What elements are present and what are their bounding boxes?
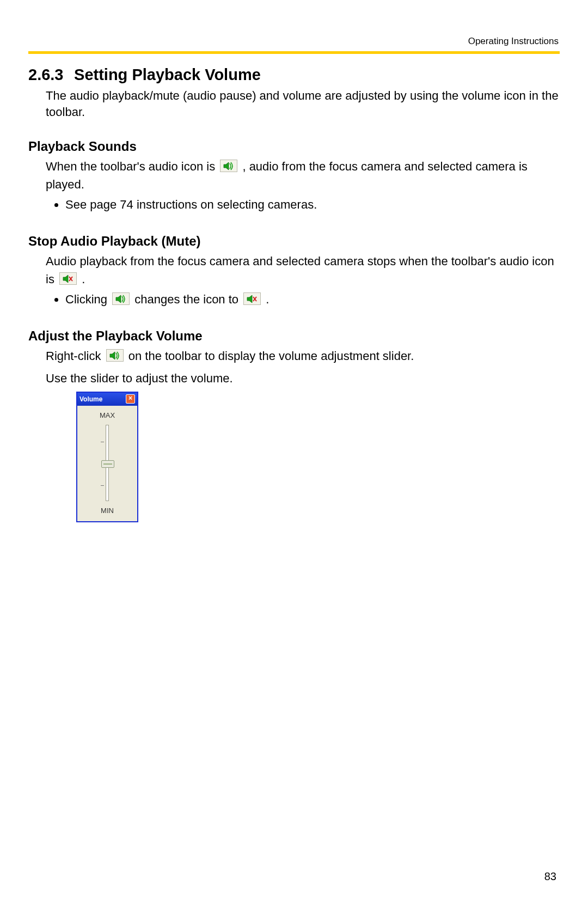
svg-marker-0 bbox=[224, 162, 229, 170]
stop-audio-body: Audio playback from the focus camera and… bbox=[46, 252, 560, 288]
speaker-on-icon bbox=[112, 292, 130, 305]
text: When the toolbar's audio icon is bbox=[46, 160, 218, 173]
text: . bbox=[82, 272, 85, 286]
text: Audio playback from the focus camera and… bbox=[46, 254, 554, 286]
section-number: 2.6.3 bbox=[28, 65, 70, 84]
svg-marker-8 bbox=[110, 352, 115, 359]
subhead-stop-audio: Stop Audio Playback (Mute) bbox=[28, 234, 560, 249]
bullet-item: See page 74 instructions on selecting ca… bbox=[65, 198, 560, 212]
running-header: Operating Instructions bbox=[28, 36, 560, 47]
speaker-mute-icon bbox=[243, 292, 261, 305]
stop-audio-bullets: Clicking changes the icon to . bbox=[53, 292, 560, 307]
page-content: Operating Instructions 2.6.3 Setting Pla… bbox=[0, 0, 588, 550]
text: Right-click bbox=[46, 349, 105, 363]
speaker-mute-icon bbox=[59, 272, 77, 285]
section-title: Setting Playback Volume bbox=[74, 66, 261, 83]
volume-slider-panel: Volume × MAX MIN bbox=[76, 392, 138, 522]
volume-panel-body: MAX MIN bbox=[77, 406, 137, 521]
speaker-on-icon bbox=[220, 160, 237, 172]
adjust-volume-line1: Right-click on the toolbar to display th… bbox=[46, 347, 560, 365]
adjust-volume-line2: Use the slider to adjust the volume. bbox=[46, 369, 560, 387]
svg-marker-1 bbox=[63, 275, 68, 283]
speaker-on-icon bbox=[106, 349, 124, 362]
volume-panel-title: Volume bbox=[79, 395, 102, 403]
volume-panel-titlebar: Volume × bbox=[77, 393, 137, 406]
playback-sounds-bullets: See page 74 instructions on selecting ca… bbox=[53, 198, 560, 212]
bullet-item: Clicking changes the icon to . bbox=[65, 292, 560, 307]
volume-min-label: MIN bbox=[101, 507, 114, 515]
text: . bbox=[266, 292, 269, 306]
section-intro: The audio playback/mute (audio pause) an… bbox=[46, 88, 560, 120]
text: on the toolbar to display the volume adj… bbox=[128, 349, 414, 363]
svg-marker-5 bbox=[247, 295, 252, 303]
page-number: 83 bbox=[544, 870, 556, 883]
subhead-adjust-volume: Adjust the Playback Volume bbox=[28, 328, 560, 344]
text: Clicking bbox=[65, 292, 111, 306]
text: changes the icon to bbox=[134, 292, 242, 306]
svg-marker-4 bbox=[116, 295, 121, 303]
close-icon[interactable]: × bbox=[126, 394, 135, 404]
volume-max-label: MAX bbox=[100, 411, 115, 419]
volume-track-wrap bbox=[106, 425, 109, 501]
slider-tick bbox=[101, 485, 104, 486]
slider-tick bbox=[101, 442, 104, 442]
header-rule bbox=[28, 51, 560, 54]
volume-slider-track[interactable] bbox=[106, 425, 109, 501]
playback-sounds-body: When the toolbar's audio icon is , audio… bbox=[46, 157, 560, 193]
subhead-playback-sounds: Playback Sounds bbox=[28, 139, 560, 154]
volume-slider-thumb[interactable] bbox=[101, 460, 114, 468]
section-heading: 2.6.3 Setting Playback Volume bbox=[28, 65, 560, 84]
